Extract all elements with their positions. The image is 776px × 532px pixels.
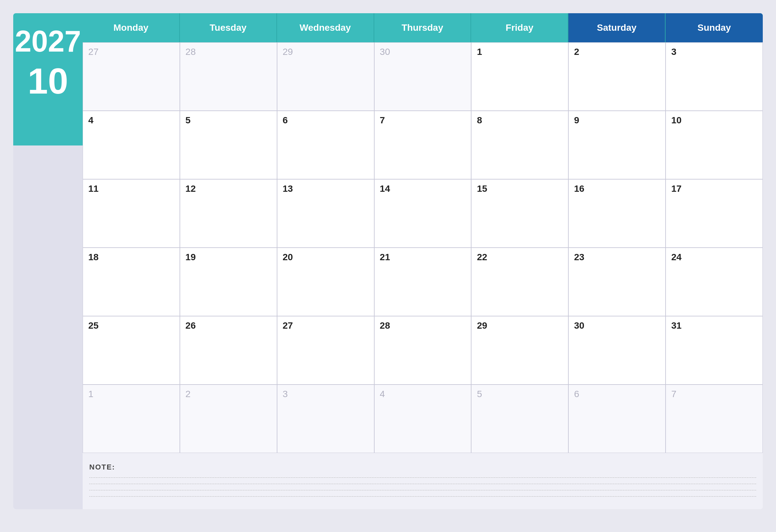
calendar-cell[interactable]: 7 bbox=[665, 384, 763, 453]
calendar-cell[interactable]: 15 bbox=[471, 179, 568, 248]
calendar-cell[interactable]: 21 bbox=[374, 248, 471, 316]
calendar-cell[interactable]: 4 bbox=[374, 384, 471, 453]
calendar-cell[interactable]: 27 bbox=[83, 42, 180, 111]
calendar-cell[interactable]: 18 bbox=[83, 248, 180, 316]
calendar-cell[interactable]: 8 bbox=[471, 111, 568, 179]
calendar-cell[interactable]: 30 bbox=[374, 42, 471, 111]
calendar-cell[interactable]: 30 bbox=[568, 316, 665, 384]
calendar-cell[interactable]: 16 bbox=[568, 179, 665, 248]
calendar-container: 2027 10 October Monday Tuesday Wednesday… bbox=[13, 13, 763, 509]
calendar-cell[interactable]: 3 bbox=[277, 384, 374, 453]
notes-line-4 bbox=[89, 496, 756, 497]
calendar-cell[interactable]: 1 bbox=[471, 42, 568, 111]
calendar-cell[interactable]: 5 bbox=[180, 111, 277, 179]
calendar-cell[interactable]: 26 bbox=[180, 316, 277, 384]
notes-line-1 bbox=[89, 478, 756, 478]
notes-line-2 bbox=[89, 484, 756, 484]
calendar-cell[interactable]: 4 bbox=[83, 111, 180, 179]
header-monday: Monday bbox=[83, 13, 180, 42]
header-saturday: Saturday bbox=[568, 13, 665, 42]
calendar-main: Monday Tuesday Wednesday Thursday Friday… bbox=[83, 13, 763, 509]
header-tuesday: Tuesday bbox=[180, 13, 277, 42]
calendar-grid: 27 28 29 30 1 2 3 4 5 6 7 8 9 10 11 12 1… bbox=[83, 42, 763, 453]
calendar-cell[interactable]: 12 bbox=[180, 179, 277, 248]
notes-line-3 bbox=[89, 490, 756, 490]
calendar-cell[interactable]: 28 bbox=[180, 42, 277, 111]
notes-section: NOTE: bbox=[83, 453, 763, 509]
sidebar-month-name: October bbox=[13, 116, 86, 139]
calendar-cell[interactable]: 29 bbox=[471, 316, 568, 384]
calendar-cell[interactable]: 14 bbox=[374, 179, 471, 248]
calendar-cell[interactable]: 28 bbox=[374, 316, 471, 384]
notes-label: NOTE: bbox=[89, 463, 756, 472]
calendar-cell[interactable]: 7 bbox=[374, 111, 471, 179]
days-header: Monday Tuesday Wednesday Thursday Friday… bbox=[83, 13, 763, 42]
sidebar-year: 2027 bbox=[15, 26, 81, 56]
calendar-cell[interactable]: 13 bbox=[277, 179, 374, 248]
calendar-cell[interactable]: 6 bbox=[568, 384, 665, 453]
sidebar-month-number: 10 bbox=[28, 63, 68, 99]
calendar-cell[interactable]: 29 bbox=[277, 42, 374, 111]
header-thursday: Thursday bbox=[374, 13, 471, 42]
calendar-cell[interactable]: 2 bbox=[180, 384, 277, 453]
calendar-cell[interactable]: 27 bbox=[277, 316, 374, 384]
header-sunday: Sunday bbox=[665, 13, 763, 42]
calendar-cell[interactable]: 2 bbox=[568, 42, 665, 111]
calendar-cell[interactable]: 5 bbox=[471, 384, 568, 453]
calendar-cell[interactable]: 3 bbox=[665, 42, 763, 111]
calendar-cell[interactable]: 25 bbox=[83, 316, 180, 384]
calendar-cell[interactable]: 20 bbox=[277, 248, 374, 316]
calendar-cell[interactable]: 22 bbox=[471, 248, 568, 316]
calendar-cell[interactable]: 19 bbox=[180, 248, 277, 316]
calendar-cell[interactable]: 1 bbox=[83, 384, 180, 453]
calendar-cell[interactable]: 23 bbox=[568, 248, 665, 316]
calendar-cell[interactable]: 17 bbox=[665, 179, 763, 248]
calendar-cell[interactable]: 24 bbox=[665, 248, 763, 316]
calendar-cell[interactable]: 31 bbox=[665, 316, 763, 384]
calendar-cell[interactable]: 10 bbox=[665, 111, 763, 179]
calendar-cell[interactable]: 6 bbox=[277, 111, 374, 179]
calendar-cell[interactable]: 9 bbox=[568, 111, 665, 179]
header-wednesday: Wednesday bbox=[277, 13, 374, 42]
calendar-cell[interactable]: 11 bbox=[83, 179, 180, 248]
sidebar: 2027 10 October bbox=[13, 13, 83, 509]
header-friday: Friday bbox=[471, 13, 568, 42]
